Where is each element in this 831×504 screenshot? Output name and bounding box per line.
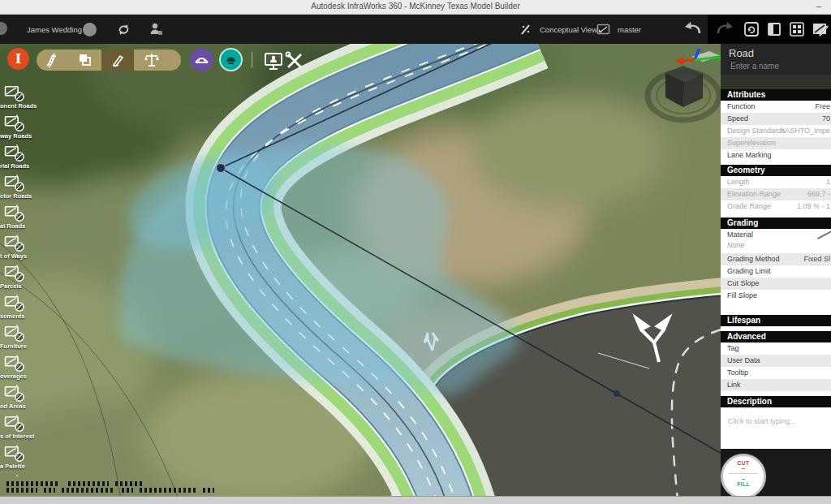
dome-icon: [224, 53, 238, 67]
app-badge-icon[interactable]: [0, 22, 7, 35]
cut-fill-gauge[interactable]: CUT -- -- FILL: [721, 454, 766, 499]
property-row[interactable]: User Data: [721, 355, 831, 367]
section-header-attributes[interactable]: Attributes: [721, 89, 831, 101]
layer-icon: [2, 325, 27, 342]
material-row[interactable]: Material None: [721, 229, 831, 253]
property-row[interactable]: Link: [721, 379, 831, 391]
property-row[interactable]: Fill Slope: [721, 290, 831, 302]
refresh-model-button[interactable]: [743, 15, 760, 44]
terrain-tool-button[interactable]: [219, 48, 243, 71]
property-row[interactable]: Tooltip: [721, 367, 831, 379]
view-cube[interactable]: [641, 49, 730, 123]
design-review-button[interactable]: [812, 15, 829, 44]
layer-icon: [2, 144, 27, 162]
display-pencil-icon: [812, 21, 829, 37]
person-plus-icon: [148, 21, 164, 37]
roads-tool-button[interactable]: [37, 50, 69, 71]
sidebar-item[interactable]: nd Areas: [0, 385, 70, 410]
window-bottom-edge: [0, 496, 831, 504]
proposal-icon: [596, 23, 610, 36]
undo-icon: [684, 20, 704, 38]
sidebar-item[interactable]: al Roads: [0, 205, 70, 230]
style-pencil-icon: [519, 23, 532, 36]
layer-icon: [2, 265, 27, 282]
property-row[interactable]: Speed70: [721, 113, 831, 125]
monitor-person-icon: [263, 51, 284, 71]
layer-icon: [2, 114, 27, 132]
settings-tools-button[interactable]: [284, 51, 305, 74]
undo-button[interactable]: [684, 15, 704, 44]
layer-icon: [2, 174, 27, 192]
layers-icon: [78, 53, 93, 67]
property-row: Elevation Range669.7 -: [721, 188, 831, 200]
gauge-divider: [729, 473, 758, 474]
bridge-tool-button[interactable]: [190, 48, 213, 71]
sidebar-item[interactable]: onent Roads: [0, 84, 70, 110]
section-header-geometry[interactable]: Geometry: [721, 165, 831, 176]
window-title: Autodesk InfraWorks 360 - McKinney Texas…: [0, 2, 831, 11]
section-header-grading[interactable]: Grading: [721, 218, 831, 229]
sync-button[interactable]: [116, 15, 131, 44]
window-title-bar[interactable]: Autodesk InfraWorks 360 - McKinney Texas…: [0, 0, 831, 15]
proposal-label: master: [618, 25, 641, 34]
redo-icon: [714, 20, 734, 38]
property-row[interactable]: FunctionFree: [721, 101, 831, 113]
properties-panel: Road Attributes FunctionFree Speed70 Des…: [721, 44, 831, 504]
property-row[interactable]: Tag: [721, 342, 831, 355]
sidebar-item[interactable]: s of Interest: [0, 415, 70, 440]
proposal-button[interactable]: master: [596, 15, 641, 44]
sidebar-item[interactable]: a Palette: [0, 445, 70, 470]
toolbar-divider: [252, 52, 252, 67]
draw-tool-button-selected[interactable]: [101, 50, 134, 71]
alignment-vertex-handle[interactable]: [217, 164, 226, 173]
layer-icon: [2, 84, 27, 102]
fit-view-button[interactable]: [789, 15, 805, 44]
layer-icon: [2, 235, 27, 252]
present-view-button[interactable]: [263, 51, 284, 74]
asset-type-title: Road: [729, 47, 754, 59]
four-squares-icon: [789, 21, 805, 37]
infraworks-logo[interactable]: I: [7, 48, 29, 70]
sidebar-item[interactable]: rial Roads: [0, 144, 70, 170]
sidebar-item[interactable]: ctor Roads: [0, 174, 70, 200]
section-header-lifespan[interactable]: Lifespan: [721, 315, 831, 326]
analyze-tool-button[interactable]: [136, 50, 168, 71]
sidebar-item[interactable]: t of Ways: [0, 235, 70, 260]
sidebar-item[interactable]: overages: [0, 355, 70, 380]
layers-tool-button[interactable]: [69, 50, 101, 71]
chat-button[interactable]: [83, 15, 97, 44]
asset-name-input[interactable]: [729, 61, 828, 71]
property-row[interactable]: Grading MethodFixed Sl: [721, 253, 831, 265]
tool-group-pill: [37, 50, 181, 71]
layer-icon: [2, 385, 27, 403]
road-icon: [45, 52, 61, 68]
sidebar-item[interactable]: Furniture: [0, 325, 70, 350]
description-field[interactable]: Click to start typing...: [721, 407, 831, 449]
panels-button[interactable]: [766, 15, 782, 44]
infraworks-window: I: [0, 0, 831, 504]
add-user-button[interactable]: [148, 15, 164, 44]
avatar: [83, 23, 97, 37]
application-toolbar: James Wedding Conceptual View: [0, 15, 831, 44]
alignment-vertex-handle[interactable]: [614, 390, 620, 397]
property-row: Design StandardsAASHTO_Impe: [721, 125, 831, 137]
section-header-description[interactable]: Description: [721, 396, 831, 407]
property-row[interactable]: Lane Marking: [721, 149, 831, 162]
view-mode-label: Conceptual View: [540, 25, 597, 34]
property-row[interactable]: Cut Slope: [721, 278, 831, 290]
section-header-advanced[interactable]: Advanced: [721, 331, 831, 342]
sidebar-item[interactable]: Parcels: [0, 265, 70, 290]
property-row[interactable]: Grading Limit: [721, 265, 831, 278]
redo-button[interactable]: [714, 15, 734, 44]
sidebar-item[interactable]: sements: [0, 295, 70, 320]
view-mode-button[interactable]: Conceptual View: [519, 15, 597, 44]
description-placeholder: Click to start typing...: [728, 417, 796, 425]
layer-icon: [2, 445, 27, 463]
x-axis: [682, 60, 695, 61]
user-name[interactable]: James Wedding: [27, 15, 82, 44]
toolbar-black-group: [708, 15, 831, 44]
minimize-button[interactable]: –: [816, 1, 821, 11]
refresh-square-icon: [743, 21, 760, 37]
sidebar-item[interactable]: way Roads: [0, 114, 70, 140]
property-row: Superelevation: [721, 137, 831, 149]
